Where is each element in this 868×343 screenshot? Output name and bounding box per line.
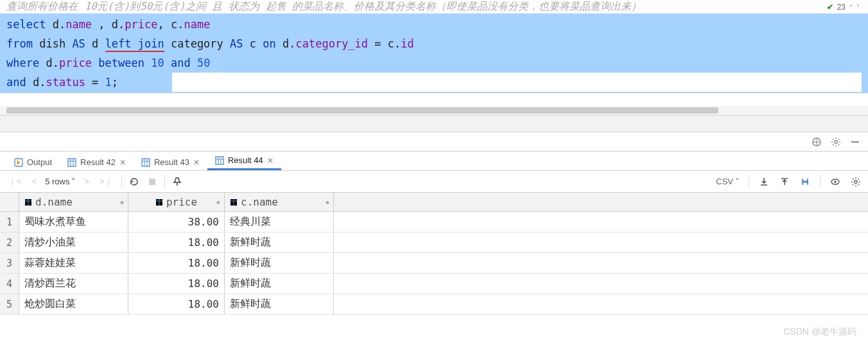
table-row[interactable]: 1蜀味水煮草鱼38.00经典川菜 xyxy=(0,212,868,233)
col-header-dname[interactable]: d.name◆ xyxy=(19,193,128,211)
svg-rect-10 xyxy=(142,159,150,166)
svg-point-3 xyxy=(835,140,837,143)
first-page-button[interactable]: ｜< xyxy=(6,175,24,189)
col-header-price[interactable]: price◆ xyxy=(128,193,225,211)
stop-icon[interactable] xyxy=(146,176,158,188)
table-row[interactable]: 2清炒小油菜18.00新鲜时蔬 xyxy=(0,233,868,253)
row-number: 4 xyxy=(0,274,19,294)
chevron-down-icon: ˅ xyxy=(735,177,740,186)
cell-price[interactable]: 18.00 xyxy=(128,294,225,314)
reload-icon[interactable] xyxy=(128,176,140,188)
upload-icon[interactable] xyxy=(779,176,790,188)
grid-icon xyxy=(215,156,224,165)
svg-rect-4 xyxy=(851,141,859,143)
sql-comment: 查询所有价格在 10元(含)到50元(含)之间 且 状态为 起售 的菜品名称、价… xyxy=(0,0,868,13)
watermark: CSDN @老牛源码 xyxy=(783,326,856,338)
svg-point-20 xyxy=(834,180,837,183)
col-header-cname[interactable]: c.name◆ xyxy=(225,193,334,211)
sql-editor[interactable]: 查询所有价格在 10元(含)到50元(含)之间 且 状态为 起售 的菜品名称、价… xyxy=(0,0,868,116)
chevron-down-icon[interactable]: ˅ xyxy=(856,4,860,11)
gear-icon[interactable] xyxy=(831,137,841,147)
next-page-button[interactable]: > xyxy=(82,175,91,188)
row-number: 5 xyxy=(0,294,19,314)
cell-dname[interactable]: 清炒西兰花 xyxy=(19,274,128,294)
cell-dname[interactable]: 蒜蓉娃娃菜 xyxy=(19,253,128,273)
sort-icon[interactable]: ◆ xyxy=(120,198,124,206)
cell-price[interactable]: 38.00 xyxy=(128,212,225,232)
cell-dname[interactable]: 蜀味水煮草鱼 xyxy=(19,212,128,232)
rownum-header xyxy=(0,193,19,211)
svg-rect-18 xyxy=(149,179,155,185)
problems-badge[interactable]: ✔ 23 ˄ ˅ xyxy=(824,1,863,13)
row-number: 1 xyxy=(0,212,19,232)
tab-label: Result 43 xyxy=(154,157,189,167)
close-icon[interactable]: ✕ xyxy=(193,158,200,167)
tab-label: Output xyxy=(27,157,52,167)
services-toolbar xyxy=(0,132,868,152)
rows-count-dropdown[interactable]: 5 rows˅ xyxy=(45,177,76,186)
layout-icon[interactable] xyxy=(812,137,822,147)
cell-cname[interactable]: 新鲜时蔬 xyxy=(225,253,334,273)
chevron-up-icon[interactable]: ˄ xyxy=(849,4,853,11)
sort-icon[interactable]: ◆ xyxy=(216,198,220,206)
svg-rect-14 xyxy=(216,157,223,164)
tab-label: Result 42 xyxy=(80,157,116,167)
chevron-down-icon: ˅ xyxy=(71,177,76,186)
output-icon xyxy=(14,158,23,167)
export-format-dropdown[interactable]: CSV˅ xyxy=(716,177,740,186)
cell-cname[interactable]: 新鲜时蔬 xyxy=(225,274,334,294)
svg-point-21 xyxy=(855,180,857,182)
prev-page-button[interactable]: < xyxy=(30,175,39,188)
cell-cname[interactable]: 新鲜时蔬 xyxy=(225,233,334,252)
cell-price[interactable]: 18.00 xyxy=(128,233,225,252)
tab-result[interactable]: Result 43✕ xyxy=(134,154,207,170)
column-icon xyxy=(230,198,238,206)
grid-icon xyxy=(67,158,76,167)
result-toolbar: ｜< < 5 rows˅ > >｜ CSV˅ xyxy=(0,171,868,193)
table-row[interactable]: 3蒜蓉娃娃菜18.00新鲜时蔬 xyxy=(0,253,868,274)
tab-result[interactable]: Result 44✕ xyxy=(207,152,281,170)
cell-price[interactable]: 18.00 xyxy=(128,274,225,294)
tab-output[interactable]: Output xyxy=(6,154,60,170)
pin-icon[interactable] xyxy=(171,176,183,188)
row-number: 3 xyxy=(0,253,19,273)
row-number: 2 xyxy=(0,233,19,252)
sql-code[interactable]: select d.name , d.price, c.namefrom dish… xyxy=(0,13,868,93)
svg-rect-6 xyxy=(68,159,76,166)
table-row[interactable]: 5炝炒圆白菜18.00新鲜时蔬 xyxy=(0,294,868,315)
cell-cname[interactable]: 经典川菜 xyxy=(225,212,334,232)
cell-dname[interactable]: 炝炒圆白菜 xyxy=(19,294,128,314)
last-page-button[interactable]: >｜ xyxy=(98,175,115,189)
result-tabs: Output Result 42✕Result 43✕Result 44✕ xyxy=(0,152,868,171)
close-icon[interactable]: ✕ xyxy=(119,158,126,167)
tab-label: Result 44 xyxy=(228,155,263,165)
editor-scrollbar[interactable] xyxy=(0,106,868,115)
compare-icon[interactable] xyxy=(799,176,811,188)
grid-icon xyxy=(141,158,150,167)
minimize-icon[interactable] xyxy=(850,137,860,147)
check-icon: ✔ xyxy=(827,3,833,12)
sort-icon[interactable]: ◆ xyxy=(326,198,329,206)
cell-cname[interactable]: 新鲜时蔬 xyxy=(225,294,334,314)
column-icon xyxy=(24,198,32,206)
grid-header-row: d.name◆ price◆ c.name◆ xyxy=(0,193,868,212)
cell-price[interactable]: 18.00 xyxy=(128,253,225,273)
problems-count: 23 xyxy=(837,3,846,12)
table-row[interactable]: 4清炒西兰花18.00新鲜时蔬 xyxy=(0,274,868,294)
cell-dname[interactable]: 清炒小油菜 xyxy=(19,233,128,252)
close-icon[interactable]: ✕ xyxy=(267,156,273,165)
eye-icon[interactable] xyxy=(829,176,841,188)
column-icon xyxy=(155,198,163,206)
gear-icon[interactable] xyxy=(850,176,862,188)
tab-result[interactable]: Result 42✕ xyxy=(60,154,134,170)
result-grid[interactable]: d.name◆ price◆ c.name◆ 1蜀味水煮草鱼38.00经典川菜2… xyxy=(0,193,868,315)
download-icon[interactable] xyxy=(758,176,770,188)
